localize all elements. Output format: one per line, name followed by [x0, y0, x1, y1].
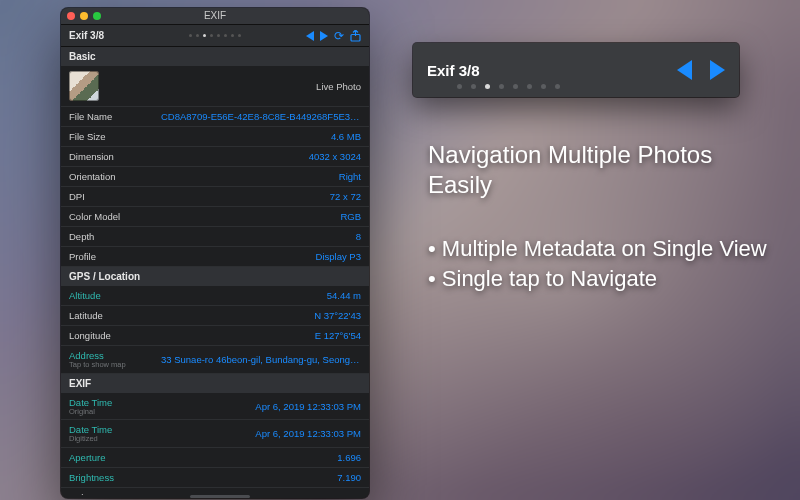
exif-app-window: EXIF Exif 3/8 ⟳ Basic — [61, 8, 369, 498]
label: Altitude — [69, 290, 101, 301]
row-brightness[interactable]: Brightness 7.190 — [61, 468, 369, 488]
row-file-size[interactable]: File Size 4.6 MB — [61, 127, 369, 147]
row-file-name[interactable]: File Name CD8A8709-E56E-42E8-8C8E-B44926… — [61, 107, 369, 127]
row-color-model[interactable]: Color Model RGB — [61, 207, 369, 227]
row-profile[interactable]: Profile Display P3 — [61, 247, 369, 267]
value: 8 — [356, 231, 361, 242]
label: Brightness — [69, 472, 114, 483]
titlebar: EXIF — [61, 8, 369, 25]
refresh-icon[interactable]: ⟳ — [334, 30, 344, 42]
value: 54.44 m — [327, 290, 361, 301]
marketing-copy: Navigation Multiple Photos Easily • Mult… — [428, 140, 768, 293]
label: Dimension — [69, 151, 114, 162]
live-photo-badge: Live Photo — [316, 81, 361, 92]
value: Right — [339, 171, 361, 182]
toolbar: Exif 3/8 ⟳ — [61, 25, 369, 47]
value: RGB — [340, 211, 361, 222]
promo-prev-button[interactable] — [677, 60, 692, 80]
row-dimension[interactable]: Dimension 4032 x 3024 — [61, 147, 369, 167]
label: Color Model — [69, 211, 120, 222]
row-depth[interactable]: Depth 8 — [61, 227, 369, 247]
label: Depth — [69, 231, 94, 242]
label: Address Tap to show map — [69, 350, 126, 369]
promo-next-button[interactable] — [710, 60, 725, 80]
horizontal-scrollbar[interactable] — [61, 495, 369, 498]
maximize-button[interactable] — [93, 12, 101, 20]
row-colorspace[interactable]: ColorSpace 65536 — [61, 488, 369, 495]
share-icon[interactable] — [350, 30, 361, 42]
window-traffic-lights — [67, 12, 101, 20]
section-header-exif: EXIF — [61, 374, 369, 393]
row-altitude[interactable]: Altitude 54.44 m — [61, 286, 369, 306]
row-longitude[interactable]: Longitude E 127°6'54 — [61, 326, 369, 346]
row-datetime-original[interactable]: Date Time Original Apr 6, 2019 12:33:03 … — [61, 393, 369, 421]
row-latitude[interactable]: Latitude N 37°22'43 — [61, 306, 369, 326]
next-photo-button[interactable] — [320, 31, 328, 41]
photo-index-label: Exif 3/8 — [69, 30, 104, 41]
thumbnail-row[interactable]: Live Photo — [61, 66, 369, 107]
metadata-scroll[interactable]: Basic Live Photo File Name CD8A8709-E56E… — [61, 47, 369, 495]
row-dpi[interactable]: DPI 72 x 72 — [61, 187, 369, 207]
value: Apr 6, 2019 12:33:03 PM — [255, 401, 361, 412]
photo-thumbnail[interactable] — [69, 71, 99, 101]
section-header-gps: GPS / Location — [61, 267, 369, 286]
label: Profile — [69, 251, 96, 262]
promo-index-label: Exif 3/8 — [427, 62, 480, 79]
row-datetime-digitized[interactable]: Date Time Digitized Apr 6, 2019 12:33:03… — [61, 420, 369, 448]
row-address[interactable]: Address Tap to show map 33 Sunae-ro 46be… — [61, 346, 369, 374]
promo-nav-capsule: Exif 3/8 — [413, 43, 739, 97]
label: File Name — [69, 111, 112, 122]
label: File Size — [69, 131, 105, 142]
section-header-basic: Basic — [61, 47, 369, 66]
prev-photo-button[interactable] — [306, 31, 314, 41]
promo-page-indicator — [457, 84, 560, 89]
label: Orientation — [69, 171, 115, 182]
label: Date Time Digitized — [69, 424, 112, 443]
label: DPI — [69, 191, 85, 202]
value: Display P3 — [316, 251, 361, 262]
label: Latitude — [69, 310, 103, 321]
value: 4032 x 3024 — [309, 151, 361, 162]
value: 72 x 72 — [330, 191, 361, 202]
value: CD8A8709-E56E-42E8-8C8E-B449268F5E3F.jpe… — [161, 111, 361, 122]
value: E 127°6'54 — [315, 330, 361, 341]
window-title: EXIF — [61, 10, 369, 21]
value: N 37°22'43 — [314, 310, 361, 321]
row-orientation[interactable]: Orientation Right — [61, 167, 369, 187]
minimize-button[interactable] — [80, 12, 88, 20]
value: Apr 6, 2019 12:33:03 PM — [255, 428, 361, 439]
value: 7.190 — [337, 472, 361, 483]
label: Longitude — [69, 330, 111, 341]
label: Aperture — [69, 452, 105, 463]
close-button[interactable] — [67, 12, 75, 20]
value: 4.6 MB — [331, 131, 361, 142]
row-aperture[interactable]: Aperture 1.696 — [61, 448, 369, 468]
marketing-bullet-1: • Multiple Metadata on Single View — [428, 234, 768, 264]
marketing-bullet-2: • Single tap to Navigate — [428, 264, 768, 294]
value: 33 Sunae-ro 46beon-gil, Bundang-gu, Seon… — [161, 354, 361, 365]
value: 1.696 — [337, 452, 361, 463]
marketing-headline: Navigation Multiple Photos Easily — [428, 140, 768, 200]
label: Date Time Original — [69, 397, 112, 416]
